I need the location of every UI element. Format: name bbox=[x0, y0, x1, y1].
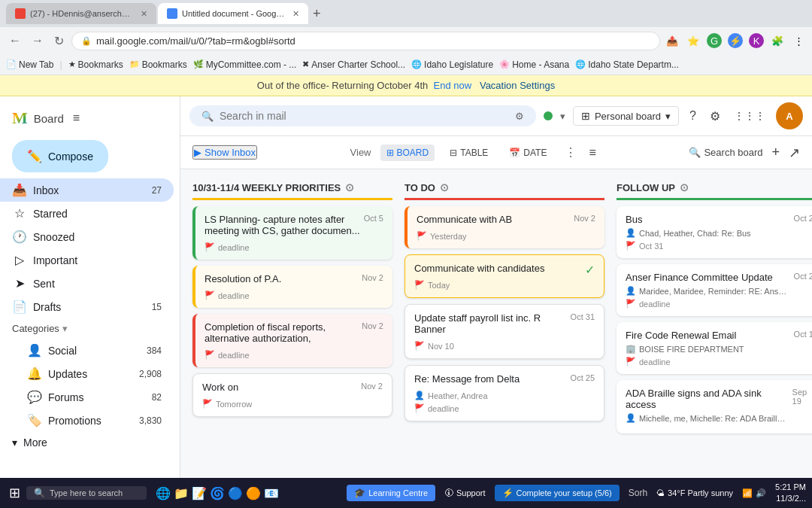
more-button[interactable]: ▾ More bbox=[0, 432, 180, 453]
re-delta-meta-text: deadline bbox=[428, 404, 459, 413]
chevron-right-icon: ▶ bbox=[194, 147, 201, 158]
bookmark-bookmarks[interactable]: ★ Bookmarks bbox=[68, 59, 123, 70]
taskbar-app-orange[interactable]: 🟠 bbox=[246, 486, 261, 500]
compose-button[interactable]: ✏️ Compose bbox=[12, 140, 108, 172]
vacation-settings-link[interactable]: Vacation Settings bbox=[480, 80, 555, 91]
taskbar-search[interactable]: 🔍 Type here to search bbox=[26, 486, 147, 500]
apps-button[interactable]: ⋮⋮⋮ bbox=[731, 107, 768, 125]
date-view-button[interactable]: 📅 DATE bbox=[503, 144, 553, 161]
bookmark-anser[interactable]: ✖ Anser Charter School... bbox=[302, 59, 405, 70]
more-options-button[interactable]: ⋮ bbox=[562, 142, 580, 163]
status-dropdown-icon[interactable]: ▾ bbox=[560, 111, 565, 122]
gmail-tab[interactable]: (27) - HDennis@ansercharter... ✕ bbox=[6, 3, 156, 24]
taskbar-right: 🎓 Learning Centre 🛈 Support ⚡ Complete y… bbox=[347, 482, 806, 505]
gdocs-tab-close[interactable]: ✕ bbox=[292, 9, 299, 19]
bookmark-idaho-leg-label: Idaho Legislature bbox=[424, 59, 493, 70]
learning-centre-btn[interactable]: 🎓 Learning Centre bbox=[347, 485, 435, 501]
sidebar-toggle-icon[interactable]: ≡ bbox=[73, 111, 80, 125]
promotions-badge: 3,830 bbox=[139, 415, 162, 426]
nav-inbox[interactable]: 📥 Inbox 27 bbox=[0, 178, 174, 202]
nav-promotions[interactable]: 🏷️ Promotions 3,830 bbox=[0, 409, 174, 432]
card-resolution[interactable]: Nov 2 Resolution of P.A. 🚩 deadline bbox=[192, 266, 392, 308]
add-tab-button[interactable]: + bbox=[313, 6, 321, 22]
bookmark-asana[interactable]: 🌸 Home - Asana bbox=[499, 59, 569, 70]
nav-sent[interactable]: ➤ Sent bbox=[0, 272, 174, 295]
taskbar-explorer-icon[interactable]: 📁 bbox=[174, 486, 189, 500]
support-btn[interactable]: 🛈 Support bbox=[444, 488, 486, 498]
ada-braille-sub-text: Michelle, me, Michelle: Re: ADA Braille … bbox=[639, 414, 789, 423]
sorh-label: Sorh bbox=[629, 488, 647, 498]
extensions-icon[interactable]: ⚡ bbox=[728, 33, 743, 48]
board-selector[interactable]: ⊞ Personal board ▾ bbox=[573, 106, 679, 126]
nav-social[interactable]: 👤 Social 384 bbox=[0, 339, 174, 362]
puzzle-icon[interactable]: 🧩 bbox=[770, 33, 785, 48]
gdocs-tab[interactable]: Untitled document - Google Docs ✕ bbox=[158, 3, 308, 24]
bookmark-star-icon[interactable]: ⭐ bbox=[686, 33, 701, 48]
taskbar-outlook-icon[interactable]: 📧 bbox=[264, 486, 279, 500]
avatar[interactable]: A bbox=[776, 102, 803, 129]
bookmark-new-tab[interactable]: 📄 New Tab bbox=[6, 59, 53, 70]
gmail-tab-label: (27) - HDennis@ansercharter... bbox=[30, 9, 133, 18]
idaho-leg-icon: 🌐 bbox=[411, 59, 422, 69]
bus-flag-icon: 🚩 bbox=[626, 241, 636, 251]
nav-important[interactable]: ▷ Important bbox=[0, 248, 174, 272]
card-ls-planning[interactable]: Oct 5 LS Planning- capture notes after m… bbox=[192, 206, 392, 260]
end-now-link[interactable]: End now bbox=[433, 80, 471, 91]
share-icon[interactable]: 📤 bbox=[665, 33, 680, 48]
taskbar-word-icon[interactable]: 📝 bbox=[192, 486, 207, 500]
address-bar[interactable]: 🔒 mail.google.com/mail/u/0/?tab=rm&ogbl#… bbox=[71, 32, 660, 50]
settings-button[interactable]: ⚙ bbox=[707, 106, 723, 126]
social-badge: 384 bbox=[147, 345, 162, 356]
card-work-on[interactable]: Nov 2 Work on 🚩 Tomorrow bbox=[192, 373, 392, 417]
google-account-icon[interactable]: G bbox=[707, 33, 722, 48]
card-bus[interactable]: Bus Oct 28 👤 Chad, Heather, Chad: Re: Bu… bbox=[617, 206, 812, 258]
nav-drafts[interactable]: 📄 Drafts 15 bbox=[0, 295, 174, 318]
board-grid-icon: ⊞ bbox=[581, 110, 590, 122]
bookmark-idaho-leg[interactable]: 🌐 Idaho Legislature bbox=[411, 59, 493, 70]
nav-starred[interactable]: ☆ Starred bbox=[0, 202, 174, 225]
card-re-delta[interactable]: Oct 25 Re: Message from Delta 👤 Heather,… bbox=[404, 365, 604, 421]
filter-button[interactable]: ≡ bbox=[589, 146, 595, 160]
card-fiscal[interactable]: Nov 2 Completion of fiscal reports, alte… bbox=[192, 314, 392, 367]
taskbar-edge-icon[interactable]: 🌐 bbox=[156, 486, 171, 500]
bus-card-title: Bus Oct 28 bbox=[626, 214, 812, 225]
search-input[interactable] bbox=[220, 110, 509, 122]
bookmark-idaho-dept[interactable]: 🌐 Idaho State Departm... bbox=[575, 59, 679, 70]
tune-icon[interactable]: ⚙ bbox=[515, 111, 524, 122]
card-ada-braille[interactable]: ADA Braille signs and ADA sink access Se… bbox=[617, 380, 812, 433]
starred-icon: ☆ bbox=[12, 206, 27, 221]
bookmark-mycommittee-label: MyCommittee.com - ... bbox=[206, 59, 297, 70]
card-fire-code[interactable]: Fire Code Renewal Email Oct 17 🏢 BOISE F… bbox=[617, 322, 812, 374]
nav-forums[interactable]: 💬 Forums 82 bbox=[0, 385, 174, 409]
show-inbox-button[interactable]: ▶ Show Inbox bbox=[192, 145, 257, 160]
table-view-button[interactable]: ⊟ TABLE bbox=[444, 144, 494, 161]
start-button[interactable]: ⊞ bbox=[6, 482, 23, 504]
nav-snoozed[interactable]: 🕐 Snoozed bbox=[0, 225, 174, 248]
back-button[interactable]: ← bbox=[6, 32, 24, 49]
board-view-button[interactable]: ⊞ BOARD bbox=[380, 144, 435, 161]
categories-section[interactable]: Categories ▾ bbox=[0, 318, 180, 339]
card-communicate-candidates[interactable]: ✓ Communicate with candidates 🚩 Today bbox=[404, 254, 604, 298]
important-icon: ▷ bbox=[12, 253, 27, 267]
nav-updates[interactable]: 🔔 Updates 2,908 bbox=[0, 362, 174, 385]
bookmark-mycommittee[interactable]: 🌿 MyCommittee.com - ... bbox=[193, 59, 297, 70]
card-update-payroll[interactable]: Oct 31 Update staff payroll list inc. R … bbox=[404, 304, 604, 359]
forward-button[interactable]: → bbox=[29, 32, 47, 49]
taskbar-teams-icon[interactable]: 🔵 bbox=[228, 486, 243, 500]
add-column-button[interactable]: + bbox=[771, 144, 780, 160]
priorities-column: 10/31-11/4 WEEKLY PRIORITIES ⊙ Oct 5 LS … bbox=[192, 178, 392, 478]
browser-menu-icon[interactable]: ⋮ bbox=[791, 33, 806, 48]
profile-icon[interactable]: K bbox=[749, 33, 764, 48]
taskbar-chrome-icon[interactable]: 🌀 bbox=[210, 486, 225, 500]
search-board-button[interactable]: 🔍 Search board bbox=[689, 147, 762, 158]
card-communicate-ab[interactable]: Nov 2 Communicate with AB 🚩 Yesterday bbox=[404, 206, 604, 248]
expand-board-button[interactable]: ↗ bbox=[789, 144, 800, 161]
setup-btn[interactable]: ⚡ Complete your setup (5/6) bbox=[495, 485, 620, 501]
bookmark-bookmarks2[interactable]: 📁 Bookmarks bbox=[129, 59, 187, 70]
board-view-toolbar: ▶ Show Inbox View ⊞ BOARD ⊟ TABLE 📅 bbox=[180, 136, 812, 169]
ls-planning-date: Oct 5 bbox=[364, 214, 383, 223]
reload-button[interactable]: ↻ bbox=[51, 32, 67, 50]
gmail-tab-close[interactable]: ✕ bbox=[141, 9, 147, 19]
help-button[interactable]: ? bbox=[686, 106, 699, 126]
card-anser-finance[interactable]: Anser Finance Committee Update Oct 27 👤 … bbox=[617, 264, 812, 316]
